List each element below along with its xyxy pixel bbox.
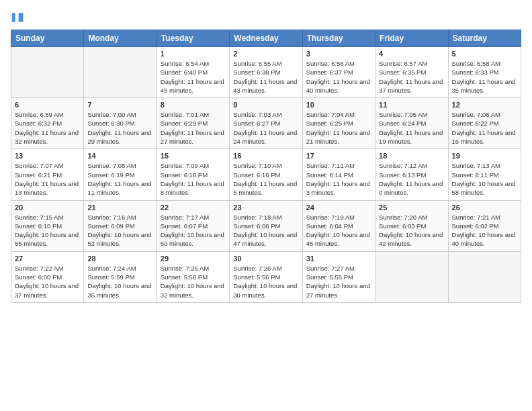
calendar-header-thursday: Thursday <box>302 30 375 47</box>
day-number: 12 <box>452 101 517 109</box>
calendar-cell <box>448 251 521 302</box>
day-number: 3 <box>306 50 371 58</box>
calendar-cell: 4Sunrise: 6:57 AMSunset: 6:35 PMDaylight… <box>375 47 448 98</box>
calendar-cell <box>84 47 157 98</box>
calendar-cell: 22Sunrise: 7:17 AMSunset: 6:07 PMDayligh… <box>157 200 229 251</box>
day-info: Sunrise: 7:05 AMSunset: 6:24 PMDaylight:… <box>379 110 444 146</box>
calendar-cell: 2Sunrise: 6:55 AMSunset: 6:38 PMDaylight… <box>230 47 302 98</box>
calendar-cell: 28Sunrise: 7:24 AMSunset: 5:59 PMDayligh… <box>84 251 157 302</box>
day-number: 5 <box>452 50 517 58</box>
calendar-table: SundayMondayTuesdayWednesdayThursdayFrid… <box>11 30 521 303</box>
calendar-cell <box>375 251 448 302</box>
calendar-header-wednesday: Wednesday <box>230 30 302 47</box>
calendar-week-4: 20Sunrise: 7:15 AMSunset: 6:10 PMDayligh… <box>11 200 521 251</box>
calendar-header-monday: Monday <box>84 30 157 47</box>
calendar-cell: 26Sunrise: 7:21 AMSunset: 6:02 PMDayligh… <box>448 200 521 251</box>
calendar-cell: 8Sunrise: 7:01 AMSunset: 6:29 PMDaylight… <box>157 98 229 149</box>
calendar-cell: 20Sunrise: 7:15 AMSunset: 6:10 PMDayligh… <box>11 200 84 251</box>
day-info: Sunrise: 7:10 AMSunset: 6:16 PMDaylight:… <box>233 161 298 197</box>
day-info: Sunrise: 6:54 AMSunset: 6:40 PMDaylight:… <box>161 59 226 95</box>
day-number: 19 <box>452 152 517 160</box>
calendar-cell: 5Sunrise: 6:58 AMSunset: 6:33 PMDaylight… <box>448 47 521 98</box>
day-number: 25 <box>379 203 444 212</box>
day-info: Sunrise: 7:24 AMSunset: 5:59 PMDaylight:… <box>87 264 152 300</box>
day-info: Sunrise: 7:16 AMSunset: 6:09 PMDaylight:… <box>87 213 152 248</box>
calendar-cell: 13Sunrise: 7:07 AMSunset: 6:21 PMDayligh… <box>11 149 84 200</box>
calendar-cell: 29Sunrise: 7:25 AMSunset: 5:58 PMDayligh… <box>157 251 229 302</box>
day-info: Sunrise: 7:06 AMSunset: 6:22 PMDaylight:… <box>452 110 517 146</box>
calendar-cell: 16Sunrise: 7:10 AMSunset: 6:16 PMDayligh… <box>230 149 302 200</box>
day-info: Sunrise: 7:15 AMSunset: 6:10 PMDaylight:… <box>15 213 80 248</box>
calendar-header-row: SundayMondayTuesdayWednesdayThursdayFrid… <box>11 30 521 47</box>
calendar-cell: 14Sunrise: 7:08 AMSunset: 6:19 PMDayligh… <box>84 149 157 200</box>
calendar-cell: 21Sunrise: 7:16 AMSunset: 6:09 PMDayligh… <box>84 200 157 251</box>
day-info: Sunrise: 6:58 AMSunset: 6:33 PMDaylight:… <box>452 59 517 95</box>
day-info: Sunrise: 7:22 AMSunset: 6:00 PMDaylight:… <box>15 264 80 300</box>
calendar-header-friday: Friday <box>375 30 448 47</box>
day-info: Sunrise: 7:20 AMSunset: 6:03 PMDaylight:… <box>379 213 444 248</box>
day-number: 7 <box>87 101 152 109</box>
calendar-header-sunday: Sunday <box>11 30 84 47</box>
day-info: Sunrise: 7:01 AMSunset: 6:29 PMDaylight:… <box>161 110 226 146</box>
calendar-cell: 15Sunrise: 7:09 AMSunset: 6:18 PMDayligh… <box>157 149 229 200</box>
day-number: 15 <box>161 152 226 160</box>
day-info: Sunrise: 7:25 AMSunset: 5:58 PMDaylight:… <box>161 264 226 300</box>
calendar-cell: 7Sunrise: 7:00 AMSunset: 6:30 PMDaylight… <box>84 98 157 149</box>
calendar-cell: 12Sunrise: 7:06 AMSunset: 6:22 PMDayligh… <box>448 98 521 149</box>
day-info: Sunrise: 7:04 AMSunset: 6:25 PMDaylight:… <box>306 110 371 146</box>
day-number: 6 <box>15 101 80 109</box>
calendar-cell: 30Sunrise: 7:26 AMSunset: 5:56 PMDayligh… <box>230 251 302 302</box>
day-info: Sunrise: 7:12 AMSunset: 6:13 PMDaylight:… <box>379 161 444 197</box>
logo-icon <box>11 11 24 24</box>
day-number: 30 <box>233 255 298 263</box>
day-info: Sunrise: 7:00 AMSunset: 6:30 PMDaylight:… <box>87 110 152 146</box>
day-number: 29 <box>161 255 226 263</box>
day-info: Sunrise: 7:07 AMSunset: 6:21 PMDaylight:… <box>15 161 80 197</box>
calendar-cell: 6Sunrise: 6:59 AMSunset: 6:32 PMDaylight… <box>11 98 84 149</box>
calendar-week-2: 6Sunrise: 6:59 AMSunset: 6:32 PMDaylight… <box>11 98 521 149</box>
day-info: Sunrise: 7:08 AMSunset: 6:19 PMDaylight:… <box>87 161 152 197</box>
calendar-header-saturday: Saturday <box>448 30 521 47</box>
day-number: 10 <box>306 101 371 109</box>
calendar-cell: 10Sunrise: 7:04 AMSunset: 6:25 PMDayligh… <box>302 98 375 149</box>
day-info: Sunrise: 6:56 AMSunset: 6:37 PMDaylight:… <box>306 59 371 95</box>
day-number: 11 <box>379 101 444 109</box>
calendar-header-tuesday: Tuesday <box>157 30 229 47</box>
day-number: 14 <box>87 152 152 160</box>
calendar-cell: 25Sunrise: 7:20 AMSunset: 6:03 PMDayligh… <box>375 200 448 251</box>
day-info: Sunrise: 7:09 AMSunset: 6:18 PMDaylight:… <box>161 161 226 197</box>
day-number: 18 <box>379 152 444 160</box>
day-number: 31 <box>306 255 371 263</box>
day-info: Sunrise: 7:17 AMSunset: 6:07 PMDaylight:… <box>161 213 226 248</box>
day-number: 28 <box>87 255 152 263</box>
day-number: 2 <box>233 50 298 58</box>
calendar-cell: 11Sunrise: 7:05 AMSunset: 6:24 PMDayligh… <box>375 98 448 149</box>
day-info: Sunrise: 7:03 AMSunset: 6:27 PMDaylight:… <box>233 110 298 146</box>
calendar-cell: 18Sunrise: 7:12 AMSunset: 6:13 PMDayligh… <box>375 149 448 200</box>
day-number: 9 <box>233 101 298 109</box>
day-number: 13 <box>15 152 80 160</box>
day-info: Sunrise: 7:19 AMSunset: 6:04 PMDaylight:… <box>306 213 371 248</box>
day-info: Sunrise: 6:57 AMSunset: 6:35 PMDaylight:… <box>379 59 444 95</box>
day-info: Sunrise: 7:21 AMSunset: 6:02 PMDaylight:… <box>452 213 517 248</box>
day-info: Sunrise: 6:55 AMSunset: 6:38 PMDaylight:… <box>233 59 298 95</box>
day-number: 24 <box>306 203 371 212</box>
calendar-cell: 24Sunrise: 7:19 AMSunset: 6:04 PMDayligh… <box>302 200 375 251</box>
day-number: 26 <box>452 203 517 212</box>
day-info: Sunrise: 7:11 AMSunset: 6:14 PMDaylight:… <box>306 161 371 197</box>
calendar-cell <box>11 47 84 98</box>
calendar-week-3: 13Sunrise: 7:07 AMSunset: 6:21 PMDayligh… <box>11 149 521 200</box>
day-number: 1 <box>161 50 226 58</box>
day-info: Sunrise: 7:13 AMSunset: 6:11 PMDaylight:… <box>452 161 517 197</box>
calendar-cell: 9Sunrise: 7:03 AMSunset: 6:27 PMDaylight… <box>230 98 302 149</box>
day-number: 22 <box>161 203 226 212</box>
day-number: 20 <box>15 203 80 212</box>
day-number: 17 <box>306 152 371 160</box>
day-number: 23 <box>233 203 298 212</box>
calendar-cell: 19Sunrise: 7:13 AMSunset: 6:11 PMDayligh… <box>448 149 521 200</box>
calendar-week-5: 27Sunrise: 7:22 AMSunset: 6:00 PMDayligh… <box>11 251 521 302</box>
calendar-cell: 1Sunrise: 6:54 AMSunset: 6:40 PMDaylight… <box>157 47 229 98</box>
calendar-week-1: 1Sunrise: 6:54 AMSunset: 6:40 PMDaylight… <box>11 47 521 98</box>
calendar-cell: 17Sunrise: 7:11 AMSunset: 6:14 PMDayligh… <box>302 149 375 200</box>
day-info: Sunrise: 7:26 AMSunset: 5:56 PMDaylight:… <box>233 264 298 300</box>
